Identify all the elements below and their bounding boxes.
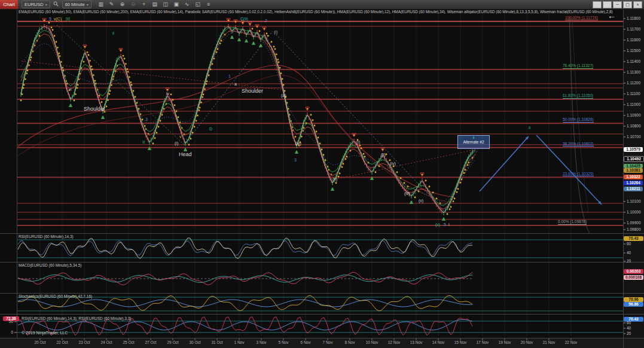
- time-axis-label: 30 Oct: [184, 340, 206, 345]
- time-axis-label: 27 Oct: [140, 340, 161, 345]
- zoom-out-icon[interactable]: ⊖: [130, 1, 137, 8]
- search-icon-glyph: [53, 1, 59, 7]
- panel-button-1[interactable]: [593, 1, 602, 8]
- wave-label: iii: [142, 140, 145, 145]
- price-axis-tick: 1.10000: [627, 210, 641, 215]
- fib-label[interactable]: 100.00% (1.11774): [565, 16, 598, 21]
- instrument-select[interactable]: EURUSD ▾: [22, 1, 50, 8]
- chart-style-icon[interactable]: ▥: [97, 1, 105, 8]
- wave-label: a: [234, 82, 237, 87]
- chevron-down-icon: ▾: [45, 2, 47, 7]
- chart-overlay: 100.00% (1.11774)76.40% (1.11327)61.80% …: [0, 0, 644, 348]
- indicators-icon[interactable]: ∿: [184, 1, 191, 8]
- properties-icon[interactable]: ≡: [205, 1, 212, 8]
- panel-value-badge: 0.00203: [624, 269, 643, 274]
- back-arrow-icon[interactable]: ←: [608, 11, 616, 20]
- panel-left-tick: 50: [7, 319, 13, 324]
- time-axis-label: 23 Oct: [74, 340, 95, 345]
- chevron-down-icon: ▾: [87, 2, 88, 7]
- fib-label[interactable]: 23.60% (1.10325): [563, 172, 594, 177]
- panel-indicator-label: MACD(EURUSD (60 Minute),5,34,5): [19, 263, 81, 268]
- price-badge: 1.10264: [624, 181, 643, 185]
- panel-value-badge: 70.43: [624, 236, 643, 241]
- panel-value-badge: 0.000108: [624, 275, 643, 280]
- fib-label[interactable]: 50.00% (1.10826): [563, 117, 594, 123]
- data-series-icon[interactable]: ◱: [194, 1, 202, 8]
- chart-tab[interactable]: Chart: [0, 0, 18, 9]
- wave-label: ii: [112, 31, 114, 36]
- wave-label: (a): [281, 93, 286, 98]
- price-axis-tick: 1.10800: [627, 124, 641, 129]
- price-axis-tick: 1.11300: [627, 70, 640, 75]
- wave-label: ii: [529, 126, 530, 130]
- pattern-label[interactable]: Shoulder: [84, 106, 105, 112]
- pattern-label[interactable]: Head: [179, 151, 192, 158]
- wave-label: (iii): [404, 191, 410, 196]
- time-axis-label: 31 Oct: [206, 340, 228, 345]
- window-buttons: ─▢×: [593, 1, 644, 8]
- panel-axis-tick: 60: [627, 242, 631, 246]
- time-axis-label: 12 Nov: [383, 340, 405, 345]
- callout-icon[interactable]: ◫: [162, 1, 169, 8]
- time-axis-label: 15 Nov: [450, 340, 471, 345]
- time-axis-label: 20 Oct: [29, 340, 51, 345]
- panel-value-badge: 70.96: [624, 297, 643, 302]
- fib-label[interactable]: 61.80% (1.11050): [563, 93, 593, 99]
- wave-label: 1: [228, 74, 231, 79]
- fib-label[interactable]: 0.00% (1.09878): [558, 219, 587, 225]
- wave-label: iv: [166, 91, 169, 96]
- time-axis-label: 29 Oct: [162, 340, 184, 345]
- time-axis-label: 17 Nov: [472, 340, 493, 345]
- price-axis-tick: 1.10700: [627, 135, 641, 139]
- panel-indicator-label: Stochastics(EURUSD (60 Minute),42,7,16): [19, 294, 92, 299]
- time-axis-label: 1 Nov: [228, 340, 250, 345]
- ninjatrader-chart-window: 100.00% (1.11774)76.40% (1.11327)61.80% …: [0, 0, 644, 348]
- crosshair-icon[interactable]: +: [141, 1, 148, 8]
- snapshot-icon[interactable]: ▣: [173, 1, 180, 8]
- wave-label: 3: [294, 158, 297, 163]
- wave-label: (iv): [390, 161, 396, 166]
- price-axis-tick: 1.09800: [627, 227, 641, 232]
- pattern-label[interactable]: Shoulder: [242, 88, 263, 94]
- time-axis-label: 25 Oct: [118, 340, 139, 345]
- price-badge: 1.10322: [624, 175, 643, 179]
- wave-label: (w): [295, 141, 301, 146]
- panel-left-tick: 0: [7, 330, 13, 335]
- time-axis-label: 10 Nov: [361, 340, 383, 345]
- time-axis-label: 22 Oct: [51, 340, 73, 345]
- alternate-wave-label: ii: [458, 136, 489, 140]
- time-axis-label: 24 Oct: [96, 340, 117, 345]
- wave-label: (v): [435, 222, 440, 227]
- panel-axis-tick: 40: [627, 326, 631, 331]
- price-axis-tick: 1.09900: [627, 221, 641, 225]
- search-icon[interactable]: [53, 1, 60, 8]
- price-axis-tick: 1.11800: [627, 16, 640, 21]
- instrument-value: EURUSD: [25, 2, 44, 7]
- time-axis-label: 14 Nov: [428, 340, 449, 345]
- panel-axis-tick: 60: [627, 320, 631, 325]
- close-button[interactable]: ×: [633, 1, 642, 8]
- price-axis-tick: 1.11100: [627, 91, 640, 96]
- report-icon[interactable]: ▤: [151, 1, 158, 8]
- price-axis-tick: 1.11000: [627, 102, 640, 107]
- wave-label: (i): [356, 140, 360, 145]
- wave-label: 5: [49, 17, 51, 22]
- alternate-count-box[interactable]: ii Alternate #2: [457, 135, 490, 149]
- toolbar: EURUSD ▾ 60 Minute ▾ ▥✎⊕⊖+▤◫▣∿◱≡: [18, 1, 593, 8]
- fib-label[interactable]: 76.40% (1.11327): [563, 63, 593, 69]
- time-axis-label: 19 Nov: [494, 340, 515, 345]
- price-badge: 1.10211: [624, 187, 643, 191]
- panel-indicator-label: RSI(EURUSD (60 Minute),14,3): [19, 234, 74, 239]
- panel-button-2[interactable]: [603, 1, 612, 8]
- time-axis-label: 3 Nov: [251, 340, 272, 345]
- zoom-in-icon[interactable]: ⊕: [119, 1, 126, 8]
- minimize-button[interactable]: ─: [613, 1, 622, 8]
- titlebar: Chart EURUSD ▾ 60 Minute ▾ ▥✎⊕⊖+▤◫▣∿◱≡ ─…: [0, 0, 644, 10]
- panel-axis-tick: 40: [627, 251, 631, 255]
- drawing-tools-icon[interactable]: ✎: [108, 1, 115, 8]
- restore-button[interactable]: ▢: [623, 1, 632, 8]
- fib-label[interactable]: 38.20% (1.10602): [563, 142, 594, 147]
- time-axis-label: 7 Nov: [317, 340, 338, 345]
- price-axis-tick: 1.11600: [627, 38, 640, 42]
- interval-select[interactable]: 60 Minute ▾: [62, 1, 91, 8]
